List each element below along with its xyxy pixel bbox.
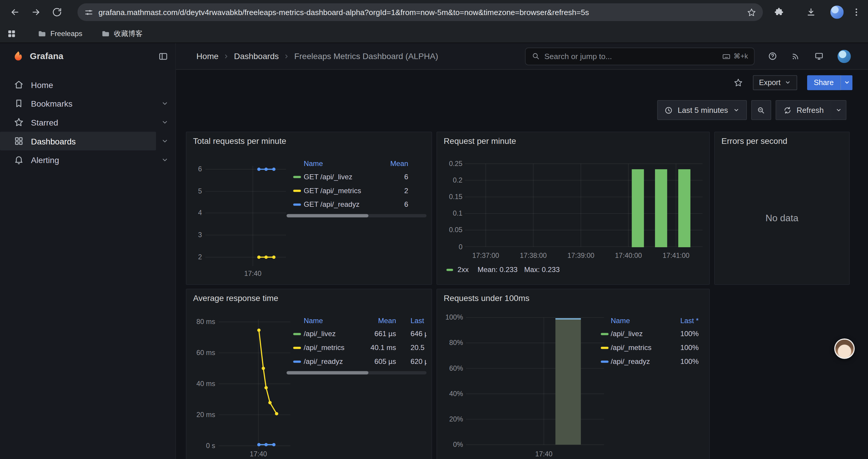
panel-average-response-time[interactable]: Average response time 80 ms 60 ms 40 ms … [186, 289, 432, 459]
dashboard-canvas: Total requests per minute 6 5 4 3 2 [176, 123, 868, 459]
search-input[interactable] [545, 52, 718, 61]
column-header-mean[interactable]: Mean [378, 159, 408, 167]
assistant-avatar[interactable] [834, 338, 855, 359]
column-header-name[interactable]: Name [611, 316, 661, 325]
column-header-last[interactable]: Last * [664, 316, 699, 325]
user-avatar[interactable] [838, 50, 851, 63]
panel-total-requests[interactable]: Total requests per minute 6 5 4 3 2 [186, 132, 432, 285]
total-requests-chart[interactable] [205, 164, 286, 275]
panel-title[interactable]: Errors per second [721, 136, 787, 145]
requests-under-100ms-chart[interactable] [466, 314, 604, 449]
refresh-interval-button[interactable] [831, 100, 846, 120]
chevron-down-icon[interactable] [161, 156, 169, 164]
browser-profile-avatar[interactable] [831, 6, 844, 19]
sidebar-item-home[interactable]: Home [0, 75, 176, 94]
breadcrumb-dashboards[interactable]: Dashboards [234, 52, 279, 61]
request-per-minute-chart[interactable] [465, 160, 703, 247]
series-name[interactable]: /api/_readyz [304, 357, 352, 366]
series-last: 100% [664, 330, 699, 338]
column-header-last[interactable]: Last [410, 316, 426, 325]
series-name[interactable]: /api/_livez [611, 330, 661, 338]
legend-row[interactable]: GET /api/_readyz 6 [286, 197, 408, 211]
sidebar-brand-row: Grafana [0, 43, 176, 70]
favorite-star-icon[interactable] [734, 78, 743, 87]
extensions-button[interactable] [770, 3, 788, 22]
series-name[interactable]: 2xx [458, 266, 469, 274]
panel-errors-per-second[interactable]: Errors per second No data [714, 132, 850, 285]
apps-grid-icon[interactable] [6, 28, 17, 38]
dashboards-grid-icon [14, 136, 24, 146]
sidebar-item-dashboards[interactable]: Dashboards [0, 132, 176, 151]
clock-icon [664, 106, 673, 114]
legend-row[interactable]: /api/_metrics 40.1 ms 20.5 ms [286, 340, 427, 355]
share-menu-button[interactable] [840, 75, 852, 90]
browser-menu-button[interactable] [850, 3, 862, 22]
column-header-name[interactable]: Name [304, 159, 375, 167]
legend-sc rollbar[interactable] [286, 371, 427, 374]
panel-title[interactable]: Request per minute [444, 136, 516, 145]
grafana-main: Home Dashboards Freeleaps Metrics Dashbo… [176, 43, 868, 459]
legend-table: Name Last * /api/_livez 100% /api/_metri… [601, 314, 699, 369]
sidebar-item-alerting[interactable]: Alerting [0, 150, 176, 169]
legend-scrollbar[interactable] [286, 214, 427, 218]
sidebar-item-bookmarks[interactable]: Bookmarks [0, 94, 176, 113]
series-name[interactable]: /api/_readyz [611, 357, 661, 366]
url-bar[interactable] [78, 3, 763, 21]
bookmark-star-icon[interactable] [747, 7, 756, 17]
legend-row[interactable]: GET /api/_metrics 2 [286, 184, 408, 198]
legend-row[interactable]: /api/_readyz 605 µs 620 µs [286, 355, 427, 368]
rss-icon[interactable] [791, 52, 801, 61]
series-last: 646 µs [410, 330, 426, 338]
breadcrumb-home[interactable]: Home [196, 52, 219, 61]
grafana-sidebar: Grafana Home Bookmarks Starred [0, 43, 176, 459]
reload-button[interactable] [48, 3, 66, 22]
collapse-sidebar-icon[interactable] [158, 52, 168, 61]
panel-requests-under-100ms[interactable]: Requests under 100ms 100% 80% 60% 40% 20… [436, 289, 710, 459]
chevron-down-icon[interactable] [161, 137, 169, 145]
series-name[interactable]: /api/_livez [304, 330, 352, 338]
series-name[interactable]: /api/_metrics [304, 343, 352, 352]
bookmark-item-blogs[interactable]: 收藏博客 [97, 26, 147, 41]
sidebar-item-starred[interactable]: Starred [0, 113, 176, 132]
legend-row[interactable]: /api/_livez 661 µs 646 µs [286, 327, 427, 341]
chevron-right-icon [223, 53, 229, 59]
legend-row[interactable]: /api/_readyz 100% [601, 355, 699, 368]
refresh-button[interactable]: Refresh [776, 100, 831, 120]
tv-mode-icon[interactable] [814, 52, 824, 61]
series-color-icon [293, 347, 301, 349]
downloads-button[interactable] [802, 3, 820, 22]
time-controls-row: Last 5 minutes Refresh [176, 92, 868, 123]
breadcrumb: Home Dashboards Freeleaps Metrics Dashbo… [196, 52, 438, 61]
help-icon[interactable] [768, 52, 777, 61]
bookmark-item-freeleaps[interactable]: Freeleaps [33, 27, 87, 40]
url-input[interactable] [98, 8, 742, 17]
x-axis-tick: 17:40 [250, 450, 267, 458]
legend-row[interactable]: /api/_metrics 100% [601, 340, 699, 355]
share-button[interactable]: Share [807, 75, 840, 90]
scrollbar-thumb[interactable] [286, 371, 368, 374]
site-settings-icon[interactable] [84, 7, 94, 17]
grafana-logo-icon[interactable] [12, 50, 24, 62]
chevron-down-icon[interactable] [161, 100, 169, 107]
series-name[interactable]: /api/_metrics [611, 343, 661, 352]
average-response-time-chart[interactable] [219, 317, 290, 453]
zoom-out-button[interactable] [751, 100, 771, 120]
scrollbar-thumb[interactable] [286, 214, 368, 218]
series-name[interactable]: GET /api/_livez [304, 172, 375, 181]
back-button[interactable] [6, 3, 25, 22]
export-button[interactable]: Export [753, 75, 797, 90]
series-name[interactable]: GET /api/_readyz [304, 200, 375, 208]
column-header-name[interactable]: Name [304, 316, 352, 325]
chevron-down-icon[interactable] [161, 119, 169, 126]
search-bar[interactable]: ⌘+k [525, 47, 754, 65]
column-header-mean[interactable]: Mean [355, 316, 396, 325]
series-name[interactable]: GET /api/_metrics [304, 186, 375, 195]
panel-request-per-minute[interactable]: Request per minute 0.25 0.2 0.15 0.1 0.0… [436, 132, 710, 285]
panel-title[interactable]: Average response time [193, 293, 278, 302]
time-range-picker[interactable]: Last 5 minutes [657, 100, 747, 120]
legend-row[interactable]: /api/_livez 100% [601, 327, 699, 341]
panel-title[interactable]: Requests under 100ms [444, 293, 529, 302]
forward-button[interactable] [27, 3, 45, 22]
legend-row[interactable]: GET /api/_livez 6 [286, 170, 408, 184]
panel-title[interactable]: Total requests per minute [193, 136, 286, 145]
